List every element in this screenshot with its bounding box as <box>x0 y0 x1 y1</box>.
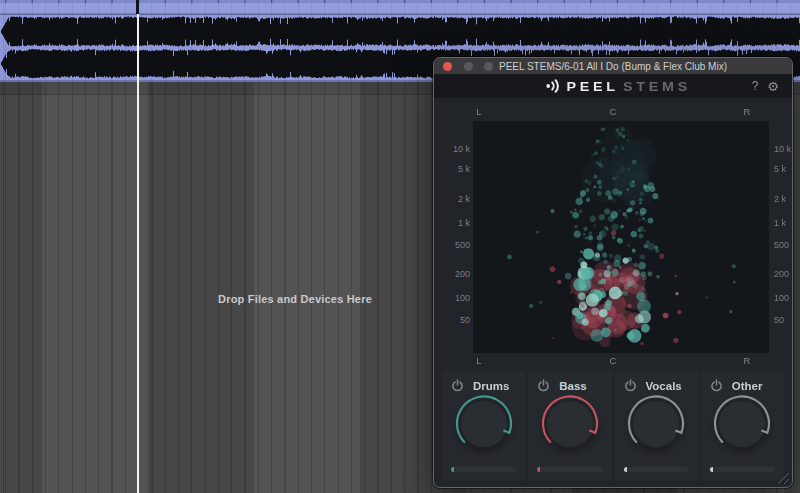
stem-label: Vocals <box>646 380 682 392</box>
power-icon[interactable] <box>710 379 723 392</box>
stem-volume-slider[interactable] <box>537 467 602 472</box>
stereo-spectrum-canvas[interactable] <box>473 121 769 353</box>
stem-knob[interactable] <box>541 394 599 452</box>
freq-tick: 5 k <box>774 164 793 174</box>
insert-marker <box>136 0 139 14</box>
gear-icon[interactable]: ⚙ <box>767 80 779 93</box>
power-icon[interactable] <box>451 379 464 392</box>
freq-tick: 200 <box>774 269 793 279</box>
close-button[interactable] <box>443 62 452 71</box>
slider-tick <box>710 467 713 472</box>
freq-tick: 50 <box>440 315 470 325</box>
freq-tick: 1 k <box>774 218 793 228</box>
stem-volume-slider[interactable] <box>451 467 516 472</box>
stem-label: Bass <box>559 380 587 392</box>
window-controls <box>443 62 493 71</box>
stem-volume-slider[interactable] <box>710 467 775 472</box>
slider-tick <box>624 467 627 472</box>
freq-tick: 200 <box>440 269 470 279</box>
stereo-spectrum-display[interactable] <box>473 121 769 353</box>
freq-tick: 1 k <box>440 218 470 228</box>
pan-label-right-top: R <box>740 106 754 117</box>
stem-knob[interactable] <box>713 394 771 452</box>
pan-label-left-bottom: L <box>472 355 486 366</box>
brand-secondary-text: STEMS <box>623 79 691 94</box>
stem-label: Other <box>732 380 763 392</box>
freq-tick: 500 <box>774 240 793 250</box>
stem-panel-drums: Drums <box>442 371 525 481</box>
slider-tick <box>451 467 454 472</box>
sound-wave-icon <box>545 78 561 94</box>
pan-label-center-bottom: C <box>606 355 620 366</box>
stem-knob[interactable] <box>455 394 513 452</box>
playhead-line[interactable] <box>137 14 139 493</box>
freq-tick: 10 k <box>440 144 470 154</box>
stem-panel-vocals: Vocals <box>615 371 698 481</box>
freq-tick: 5 k <box>440 164 470 174</box>
window-title: PEEL STEMS/6-01 All I Do (Bump & Flex Cl… <box>499 61 727 72</box>
stem-panel-bass: Bass <box>528 371 611 481</box>
minimize-button[interactable] <box>464 62 473 71</box>
brand-primary-text: PEEL <box>567 79 619 94</box>
stem-label: Drums <box>473 380 509 392</box>
drop-zone-label: Drop Files and Devices Here <box>175 293 415 305</box>
freq-tick: 2 k <box>440 194 470 204</box>
stem-knob[interactable] <box>627 394 685 452</box>
plugin-titlebar[interactable]: PEEL STEMS/6-01 All I Do (Bump & Flex Cl… <box>434 58 792 75</box>
pan-label-left-top: L <box>472 106 486 117</box>
plugin-window[interactable]: PEEL STEMS/6-01 All I Do (Bump & Flex Cl… <box>433 57 793 488</box>
freq-tick: 2 k <box>774 194 793 204</box>
freq-tick: 500 <box>440 240 470 250</box>
brand-logo: PEEL STEMS <box>545 78 688 94</box>
help-icon[interactable]: ? <box>752 79 759 93</box>
stem-volume-slider[interactable] <box>624 467 689 472</box>
freq-tick: 10 k <box>774 144 793 154</box>
freq-tick: 100 <box>774 293 793 303</box>
slider-tick <box>537 467 540 472</box>
pan-label-center-top: C <box>606 106 620 117</box>
freq-tick: 100 <box>440 293 470 303</box>
plugin-header: PEEL STEMS ? ⚙ <box>434 74 792 98</box>
power-icon[interactable] <box>624 379 637 392</box>
zoom-button[interactable] <box>484 62 493 71</box>
stem-controls: Drums Bass <box>442 371 784 481</box>
power-icon[interactable] <box>537 379 550 392</box>
stem-panel-other: Other <box>701 371 784 481</box>
pan-label-right-bottom: R <box>740 355 754 366</box>
freq-tick: 50 <box>774 315 793 325</box>
